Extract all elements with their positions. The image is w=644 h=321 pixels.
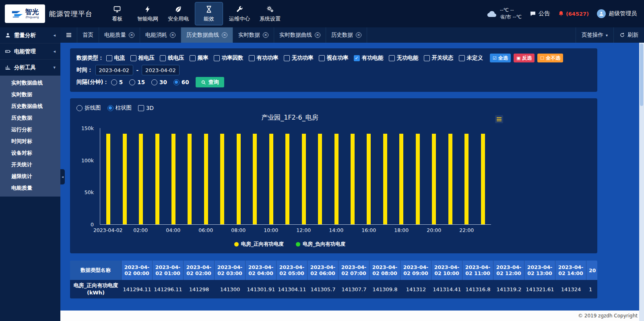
tab[interactable]: 历史数据× <box>326 27 367 43</box>
bar <box>481 134 485 224</box>
chart-legend: 电房_正向有功电度电房_负向有功电度 <box>76 241 503 248</box>
menu-toggle-button[interactable] <box>60 27 77 43</box>
tab-close-icon[interactable]: × <box>263 32 268 38</box>
nav-item-label: 系统设置 <box>260 15 281 23</box>
zhiguang-logo-icon <box>11 8 23 19</box>
sidebar-item[interactable]: 历史数据曲线 <box>0 100 60 112</box>
scrollbar-thumb[interactable] <box>640 43 643 106</box>
y-axis: 050k100k150k <box>77 128 97 224</box>
tab-close-icon[interactable]: × <box>129 32 134 38</box>
table-cell: 141304.11 <box>277 280 308 298</box>
tab-close-icon[interactable]: × <box>356 32 361 38</box>
interval-label: 间隔(分钟)： <box>76 79 109 86</box>
top-header: 智光 Zhiguang 能源管理平台 看板智能电网安全用电能效运维中心系统设置 … <box>0 0 644 27</box>
tab-operations-dropdown[interactable]: 页签操作 ▾ <box>576 27 613 43</box>
interval-radio[interactable]: 30 <box>151 79 167 85</box>
checkbox-label: 未定义 <box>467 54 483 62</box>
checkbox-label: 相电压 <box>138 54 155 62</box>
data-type-checkbox[interactable]: 未定义 <box>459 54 483 62</box>
sidebar-item[interactable]: 运行分析 <box>0 124 60 135</box>
legend-item[interactable]: 电房_负向有功电度 <box>296 241 345 248</box>
data-type-checkbox[interactable]: 电流 <box>106 54 125 62</box>
nav-item-safe-power[interactable]: 安全用电 <box>164 2 192 25</box>
data-type-checkbox[interactable]: 相电压 <box>130 54 155 62</box>
tab-close-icon[interactable]: × <box>170 32 175 38</box>
table-header-cell: 2023-04-02 06:00 <box>308 261 339 280</box>
data-type-checkbox[interactable]: 频率 <box>190 54 208 62</box>
checkbox-icon <box>190 55 196 61</box>
tab[interactable]: 首页 <box>77 27 99 43</box>
tab-label: 首页 <box>83 31 93 39</box>
data-type-checkbox[interactable]: 视在功率 <box>319 54 349 62</box>
sidebar-section-demand-analysis[interactable]: 需量分析◂ <box>0 27 60 43</box>
sidebar-item[interactable]: 时间对标 <box>0 135 60 147</box>
vertical-scrollbar[interactable] <box>639 43 644 321</box>
data-type-checkbox[interactable]: 功率因数 <box>214 54 244 62</box>
data-type-checkbox[interactable]: 有功功率 <box>249 54 279 62</box>
data-type-checkbox[interactable]: 线电压 <box>160 54 184 62</box>
sidebar-collapse-handle[interactable]: ◂ <box>60 169 65 184</box>
tab[interactable]: 历史数据曲线× <box>181 27 233 43</box>
date-to-input[interactable] <box>142 65 180 75</box>
data-type-checkbox[interactable]: 无功功率 <box>284 54 314 62</box>
user-name: 超级管理员 <box>609 10 637 17</box>
tab[interactable]: 实时数据曲线× <box>274 27 326 43</box>
interval-radio[interactable]: 5 <box>111 79 123 85</box>
chart-view-option[interactable]: 3D <box>138 105 154 111</box>
sidebar-item[interactable]: 设备对标 <box>0 147 60 159</box>
sidebar-item[interactable]: 电能质量 <box>0 182 60 194</box>
bar <box>383 134 387 224</box>
invert-selection-button[interactable]: ▣反选 <box>514 54 535 62</box>
user-menu[interactable]: 超级管理员 <box>597 9 637 18</box>
chart-title: 产业园_1F2-6_电房 <box>76 114 503 123</box>
x-axis-tick: 2023-04-02 <box>93 227 123 233</box>
interval-radio[interactable]: 15 <box>129 79 145 85</box>
tab-bar: 首页电能质量×电能消耗×历史数据曲线×实时数据×实时数据曲线×历史数据× 页签操… <box>60 27 644 43</box>
selection-buttons: ☑全选▣反选☐全不选 <box>490 54 563 62</box>
data-type-checkbox[interactable]: 无功电能 <box>389 54 419 62</box>
table-header-cell: 2023-04-02 08:00 <box>369 261 400 280</box>
chart-menu-icon[interactable] <box>495 115 503 123</box>
sidebar-item[interactable]: 开关统计 <box>0 159 60 170</box>
sidebar-item[interactable]: 越限统计 <box>0 170 60 182</box>
table-cell: 1 <box>586 280 597 298</box>
date-from-input[interactable] <box>95 65 133 75</box>
tab[interactable]: 电能质量× <box>99 27 140 43</box>
nav-item-system-settings[interactable]: 系统设置 <box>256 2 284 25</box>
checkbox-glyph-icon: ▣ <box>516 56 520 61</box>
notification-button[interactable]: (64527) <box>558 10 589 17</box>
announcement-button[interactable]: 公告 <box>530 10 550 17</box>
chevron-left-icon: ◂ <box>53 33 56 38</box>
nav-item-ops-center[interactable]: 运维中心 <box>225 2 254 25</box>
table-header-cell: 2023-04-02 07:00 <box>339 261 369 280</box>
nav-item-energy-efficiency[interactable]: 能效 <box>195 2 223 25</box>
table-header-cell: 2023-04-02 02:00 <box>184 261 215 280</box>
interval-radio[interactable]: 60 <box>173 79 189 85</box>
tab[interactable]: 实时数据× <box>233 27 274 43</box>
checkbox-icon <box>130 55 136 61</box>
refresh-button[interactable]: 刷新 <box>613 27 644 43</box>
legend-color-dot <box>234 242 239 246</box>
sidebar-section-analysis-tools[interactable]: 分析工具▾ <box>0 60 60 76</box>
chart-view-option[interactable]: 柱状图 <box>107 104 132 112</box>
tab-close-icon[interactable]: × <box>315 32 320 38</box>
radio-icon <box>107 105 114 111</box>
chart-view-option[interactable]: 折线图 <box>76 104 101 112</box>
query-button[interactable]: 查询 <box>196 77 224 87</box>
bar <box>123 134 127 224</box>
sidebar-item[interactable]: 历史数据 <box>0 112 60 124</box>
legend-item[interactable]: 电房_正向有功电度 <box>234 241 284 248</box>
select-none-button[interactable]: ☐全不选 <box>537 54 563 62</box>
data-type-checkbox[interactable]: ✓有功电能 <box>354 54 384 62</box>
nav-item-kanban[interactable]: 看板 <box>103 2 131 25</box>
tab[interactable]: 电能消耗× <box>140 27 181 43</box>
data-type-checkbox[interactable]: 开关状态 <box>424 54 454 62</box>
sidebar-item[interactable]: 实时数据 <box>0 89 60 100</box>
sidebar-item[interactable]: 实时数据曲线 <box>0 77 60 89</box>
sidebar-section-energy-management[interactable]: 电能管理◂ <box>0 43 60 60</box>
filter-row-data-types: 数据类型： 电流相电压线电压频率功率因数有功功率无功功率视在功率✓有功电能无功电… <box>76 52 591 64</box>
select-all-button[interactable]: ☑全选 <box>490 54 511 62</box>
nav-item-smart-grid[interactable]: 智能电网 <box>134 2 162 25</box>
tab-close-icon[interactable]: × <box>222 32 227 38</box>
table-cell: 141324 <box>555 280 586 298</box>
